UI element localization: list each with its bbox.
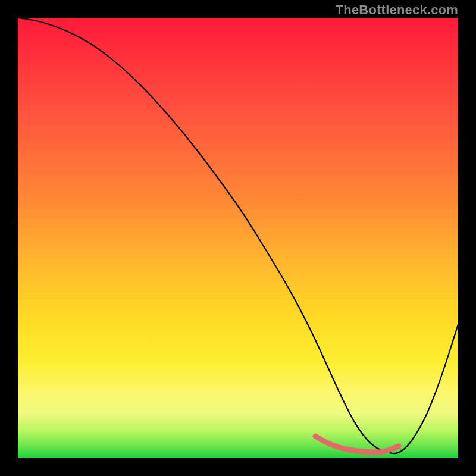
chart-frame: TheBottleneck.com	[0, 0, 476, 476]
bottom-highlight-segment	[315, 436, 399, 452]
watermark-text: TheBottleneck.com	[336, 2, 458, 18]
bottleneck-curve	[18, 18, 458, 453]
line-chart-svg	[18, 18, 458, 458]
plot-area	[18, 18, 458, 458]
